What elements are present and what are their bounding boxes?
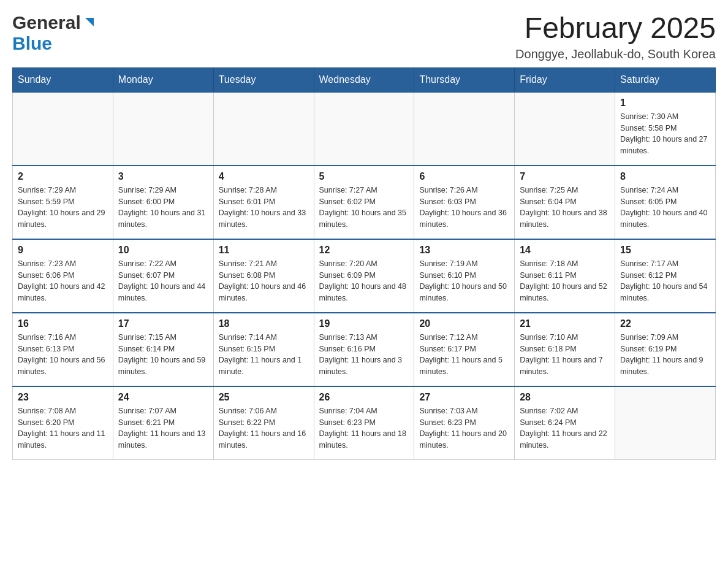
- calendar-week-row: 2Sunrise: 7:29 AM Sunset: 5:59 PM Daylig…: [13, 166, 716, 239]
- calendar-cell: 25Sunrise: 7:06 AM Sunset: 6:22 PM Dayli…: [213, 386, 314, 460]
- calendar-cell: 12Sunrise: 7:20 AM Sunset: 6:09 PM Dayli…: [314, 239, 414, 313]
- calendar-cell: 20Sunrise: 7:12 AM Sunset: 6:17 PM Dayli…: [414, 313, 515, 386]
- day-number: 10: [118, 245, 208, 256]
- calendar-cell: [113, 92, 213, 166]
- day-info: Sunrise: 7:27 AM Sunset: 6:02 PM Dayligh…: [319, 185, 409, 231]
- day-info: Sunrise: 7:07 AM Sunset: 6:21 PM Dayligh…: [118, 405, 208, 451]
- calendar-cell: 9Sunrise: 7:23 AM Sunset: 6:06 PM Daylig…: [13, 239, 113, 313]
- day-info: Sunrise: 7:29 AM Sunset: 6:00 PM Dayligh…: [118, 185, 208, 231]
- day-info: Sunrise: 7:22 AM Sunset: 6:07 PM Dayligh…: [118, 258, 208, 304]
- calendar-week-row: 23Sunrise: 7:08 AM Sunset: 6:20 PM Dayli…: [13, 386, 716, 460]
- day-number: 22: [620, 318, 710, 329]
- calendar-cell: 1Sunrise: 7:30 AM Sunset: 5:58 PM Daylig…: [615, 92, 716, 166]
- day-info: Sunrise: 7:10 AM Sunset: 6:18 PM Dayligh…: [520, 332, 610, 378]
- day-number: 25: [219, 392, 309, 403]
- svg-marker-0: [85, 18, 94, 26]
- day-number: 19: [319, 318, 409, 329]
- calendar-cell: 28Sunrise: 7:02 AM Sunset: 6:24 PM Dayli…: [515, 386, 615, 460]
- day-info: Sunrise: 7:18 AM Sunset: 6:11 PM Dayligh…: [520, 258, 610, 304]
- day-number: 16: [18, 318, 108, 329]
- day-number: 21: [520, 318, 610, 329]
- calendar-cell: [13, 92, 113, 166]
- column-header-wednesday: Wednesday: [314, 67, 414, 92]
- column-header-friday: Friday: [515, 67, 615, 92]
- day-number: 3: [118, 171, 208, 182]
- column-header-sunday: Sunday: [13, 67, 113, 92]
- logo-general-text: General: [12, 12, 81, 33]
- calendar-cell: [515, 92, 615, 166]
- day-number: 23: [18, 392, 108, 403]
- day-number: 6: [419, 171, 509, 182]
- day-number: 9: [18, 245, 108, 256]
- title-section: February 2025 Donggye, Jeollabuk-do, Sou…: [515, 12, 716, 61]
- day-info: Sunrise: 7:08 AM Sunset: 6:20 PM Dayligh…: [18, 405, 108, 451]
- column-header-thursday: Thursday: [414, 67, 515, 92]
- calendar-week-row: 16Sunrise: 7:16 AM Sunset: 6:13 PM Dayli…: [13, 313, 716, 386]
- calendar-cell: 26Sunrise: 7:04 AM Sunset: 6:23 PM Dayli…: [314, 386, 414, 460]
- calendar-week-row: 9Sunrise: 7:23 AM Sunset: 6:06 PM Daylig…: [13, 239, 716, 313]
- calendar-cell: 2Sunrise: 7:29 AM Sunset: 5:59 PM Daylig…: [13, 166, 113, 239]
- day-info: Sunrise: 7:15 AM Sunset: 6:14 PM Dayligh…: [118, 332, 208, 378]
- location-text: Donggye, Jeollabuk-do, South Korea: [515, 47, 716, 61]
- day-info: Sunrise: 7:23 AM Sunset: 6:06 PM Dayligh…: [18, 258, 108, 304]
- day-number: 4: [219, 171, 309, 182]
- calendar-cell: [615, 386, 716, 460]
- calendar-cell: 8Sunrise: 7:24 AM Sunset: 6:05 PM Daylig…: [615, 166, 716, 239]
- day-info: Sunrise: 7:26 AM Sunset: 6:03 PM Dayligh…: [419, 185, 509, 231]
- calendar-cell: 11Sunrise: 7:21 AM Sunset: 6:08 PM Dayli…: [213, 239, 314, 313]
- column-header-tuesday: Tuesday: [213, 67, 314, 92]
- day-info: Sunrise: 7:21 AM Sunset: 6:08 PM Dayligh…: [219, 258, 309, 304]
- day-number: 18: [219, 318, 309, 329]
- day-number: 7: [520, 171, 610, 182]
- day-info: Sunrise: 7:20 AM Sunset: 6:09 PM Dayligh…: [319, 258, 409, 304]
- calendar-cell: 7Sunrise: 7:25 AM Sunset: 6:04 PM Daylig…: [515, 166, 615, 239]
- page-header: General Blue February 2025 Donggye, Jeol…: [12, 12, 716, 61]
- day-info: Sunrise: 7:04 AM Sunset: 6:23 PM Dayligh…: [319, 405, 409, 451]
- calendar-cell: [213, 92, 314, 166]
- day-info: Sunrise: 7:12 AM Sunset: 6:17 PM Dayligh…: [419, 332, 509, 378]
- day-number: 11: [219, 245, 309, 256]
- calendar-cell: 6Sunrise: 7:26 AM Sunset: 6:03 PM Daylig…: [414, 166, 515, 239]
- day-info: Sunrise: 7:06 AM Sunset: 6:22 PM Dayligh…: [219, 405, 309, 451]
- day-info: Sunrise: 7:03 AM Sunset: 6:23 PM Dayligh…: [419, 405, 509, 451]
- day-info: Sunrise: 7:16 AM Sunset: 6:13 PM Dayligh…: [18, 332, 108, 378]
- day-number: 28: [520, 392, 610, 403]
- calendar-cell: 10Sunrise: 7:22 AM Sunset: 6:07 PM Dayli…: [113, 239, 213, 313]
- calendar-week-row: 1Sunrise: 7:30 AM Sunset: 5:58 PM Daylig…: [13, 92, 716, 166]
- day-info: Sunrise: 7:19 AM Sunset: 6:10 PM Dayligh…: [419, 258, 509, 304]
- calendar-cell: 17Sunrise: 7:15 AM Sunset: 6:14 PM Dayli…: [113, 313, 213, 386]
- calendar-cell: 14Sunrise: 7:18 AM Sunset: 6:11 PM Dayli…: [515, 239, 615, 313]
- logo-triangle-icon: [83, 15, 96, 29]
- calendar-cell: 22Sunrise: 7:09 AM Sunset: 6:19 PM Dayli…: [615, 313, 716, 386]
- calendar-header-row: SundayMondayTuesdayWednesdayThursdayFrid…: [13, 67, 716, 92]
- calendar-cell: [314, 92, 414, 166]
- day-info: Sunrise: 7:09 AM Sunset: 6:19 PM Dayligh…: [620, 332, 710, 378]
- logo: General Blue: [12, 12, 96, 54]
- day-info: Sunrise: 7:25 AM Sunset: 6:04 PM Dayligh…: [520, 185, 610, 231]
- column-header-saturday: Saturday: [615, 67, 716, 92]
- logo-blue-text: Blue: [12, 33, 52, 54]
- calendar-table: SundayMondayTuesdayWednesdayThursdayFrid…: [12, 67, 716, 461]
- day-number: 15: [620, 245, 710, 256]
- month-title: February 2025: [515, 12, 716, 45]
- day-number: 5: [319, 171, 409, 182]
- day-number: 12: [319, 245, 409, 256]
- day-info: Sunrise: 7:14 AM Sunset: 6:15 PM Dayligh…: [219, 332, 309, 378]
- day-number: 14: [520, 245, 610, 256]
- day-info: Sunrise: 7:28 AM Sunset: 6:01 PM Dayligh…: [219, 185, 309, 231]
- day-number: 20: [419, 318, 509, 329]
- calendar-cell: 13Sunrise: 7:19 AM Sunset: 6:10 PM Dayli…: [414, 239, 515, 313]
- calendar-cell: 23Sunrise: 7:08 AM Sunset: 6:20 PM Dayli…: [13, 386, 113, 460]
- day-info: Sunrise: 7:30 AM Sunset: 5:58 PM Dayligh…: [620, 111, 710, 157]
- calendar-cell: 19Sunrise: 7:13 AM Sunset: 6:16 PM Dayli…: [314, 313, 414, 386]
- calendar-cell: 24Sunrise: 7:07 AM Sunset: 6:21 PM Dayli…: [113, 386, 213, 460]
- day-number: 2: [18, 171, 108, 182]
- day-number: 27: [419, 392, 509, 403]
- day-number: 13: [419, 245, 509, 256]
- day-info: Sunrise: 7:29 AM Sunset: 5:59 PM Dayligh…: [18, 185, 108, 231]
- day-info: Sunrise: 7:13 AM Sunset: 6:16 PM Dayligh…: [319, 332, 409, 378]
- day-number: 17: [118, 318, 208, 329]
- calendar-cell: 5Sunrise: 7:27 AM Sunset: 6:02 PM Daylig…: [314, 166, 414, 239]
- calendar-cell: 15Sunrise: 7:17 AM Sunset: 6:12 PM Dayli…: [615, 239, 716, 313]
- day-number: 24: [118, 392, 208, 403]
